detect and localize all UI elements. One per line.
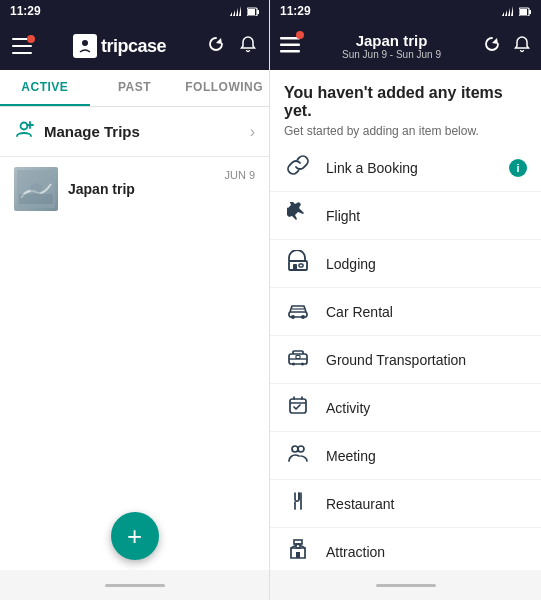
svg-rect-16	[289, 261, 307, 270]
svg-rect-15	[280, 50, 300, 53]
menu-item-label-flight: Flight	[326, 208, 527, 224]
flight-icon	[284, 202, 312, 229]
manage-trips-label: Manage Trips	[44, 123, 240, 140]
right-notification-dot	[296, 31, 304, 39]
refresh-icon[interactable]	[207, 35, 225, 57]
logo-icon	[73, 34, 97, 58]
bell-icon[interactable]	[239, 35, 257, 57]
trip-title-name: Japan trip	[308, 32, 475, 49]
link-booking-icon	[284, 154, 312, 181]
menu-item-flight[interactable]: Flight	[270, 192, 541, 240]
add-item-menu: Link a BookingiFlightLodgingCar RentalGr…	[270, 144, 541, 570]
menu-item-lodging[interactable]: Lodging	[270, 240, 541, 288]
meeting-icon	[284, 442, 312, 469]
svg-rect-17	[293, 264, 297, 270]
menu-item-activity[interactable]: Activity	[270, 384, 541, 432]
right-bottom-bar	[270, 570, 541, 600]
tab-following[interactable]: FOLLOWING	[179, 70, 269, 106]
empty-state-title: You haven't added any items yet.	[284, 84, 527, 120]
menu-item-label-restaurant: Restaurant	[326, 496, 527, 512]
svg-point-28	[298, 446, 304, 452]
left-bottom-bar	[0, 570, 269, 600]
svg-point-23	[292, 363, 295, 366]
svg-point-21	[301, 315, 305, 319]
restaurant-icon	[284, 490, 312, 517]
svg-point-8	[30, 183, 42, 195]
trip-name: Japan trip	[68, 181, 214, 197]
header-actions	[207, 35, 257, 57]
menu-item-label-activity: Activity	[326, 400, 527, 416]
left-app-header: tripcase	[0, 22, 269, 70]
app-logo: tripcase	[73, 34, 166, 58]
left-status-bar: 11:29	[0, 0, 269, 22]
menu-item-ground-transportation[interactable]: Ground Transportation	[270, 336, 541, 384]
empty-state: You haven't added any items yet. Get sta…	[270, 70, 541, 144]
svg-rect-1	[257, 10, 259, 14]
activity-icon	[284, 394, 312, 421]
right-panel: 11:29 Japan trip Sun Jun 9 - Sun Jun 9	[270, 0, 541, 600]
left-panel: 11:29 tripcase ACTIVE PAST	[0, 0, 270, 600]
info-badge: i	[509, 159, 527, 177]
right-status-icons	[502, 6, 531, 16]
tab-past[interactable]: PAST	[90, 70, 180, 106]
right-bell-icon[interactable]	[513, 35, 531, 57]
menu-item-car-rental[interactable]: Car Rental	[270, 288, 541, 336]
svg-point-20	[291, 315, 295, 319]
trip-title-dates: Sun Jun 9 - Sun Jun 9	[308, 49, 475, 60]
svg-rect-11	[529, 10, 531, 14]
left-time: 11:29	[10, 4, 41, 18]
notification-dot	[27, 35, 35, 43]
lodging-icon	[284, 250, 312, 277]
menu-item-label-attraction: Attraction	[326, 544, 527, 560]
add-trip-fab[interactable]: +	[111, 512, 159, 560]
menu-item-attraction[interactable]: Attraction	[270, 528, 541, 570]
svg-rect-14	[280, 43, 300, 46]
tab-active[interactable]: ACTIVE	[0, 70, 90, 106]
logo-text: tripcase	[101, 36, 166, 57]
tabs-bar: ACTIVE PAST FOLLOWING	[0, 70, 269, 107]
right-bottom-indicator	[376, 584, 436, 587]
menu-item-label-meeting: Meeting	[326, 448, 527, 464]
svg-rect-9	[19, 194, 53, 204]
svg-rect-33	[296, 552, 300, 558]
svg-point-27	[292, 446, 298, 452]
left-status-icons	[230, 6, 259, 16]
svg-rect-2	[248, 9, 255, 15]
menu-item-label-ground-transportation: Ground Transportation	[326, 352, 527, 368]
trip-title-block: Japan trip Sun Jun 9 - Sun Jun 9	[308, 32, 475, 60]
right-status-bar: 11:29	[270, 0, 541, 22]
trip-date: JUN 9	[224, 167, 255, 181]
right-menu-icon[interactable]	[280, 35, 300, 58]
hamburger-menu[interactable]	[12, 38, 32, 54]
manage-trips-arrow: ›	[250, 123, 255, 141]
svg-point-3	[82, 40, 88, 46]
right-refresh-icon[interactable]	[483, 35, 501, 57]
svg-rect-12	[520, 9, 527, 15]
svg-point-4	[21, 123, 28, 130]
right-app-header: Japan trip Sun Jun 9 - Sun Jun 9	[270, 22, 541, 70]
svg-rect-25	[296, 356, 300, 359]
menu-item-restaurant[interactable]: Restaurant	[270, 480, 541, 528]
car-rental-icon	[284, 298, 312, 325]
trip-thumbnail	[14, 167, 58, 211]
attraction-icon	[284, 538, 312, 565]
empty-state-subtitle: Get started by adding an item below.	[284, 124, 527, 138]
menu-item-label-lodging: Lodging	[326, 256, 527, 272]
svg-point-24	[301, 363, 304, 366]
manage-trips-icon	[14, 119, 34, 144]
menu-item-label-car-rental: Car Rental	[326, 304, 527, 320]
menu-item-label-link-booking: Link a Booking	[326, 160, 495, 176]
trip-item[interactable]: Japan trip JUN 9	[0, 157, 269, 221]
manage-trips-row[interactable]: Manage Trips ›	[0, 107, 269, 157]
bottom-indicator	[105, 584, 165, 587]
trip-info: Japan trip	[68, 181, 214, 197]
ground-transportation-icon	[284, 346, 312, 373]
menu-item-link-booking[interactable]: Link a Bookingi	[270, 144, 541, 192]
right-time: 11:29	[280, 4, 311, 18]
svg-rect-18	[299, 264, 303, 267]
menu-item-meeting[interactable]: Meeting	[270, 432, 541, 480]
right-header-actions	[483, 35, 531, 57]
